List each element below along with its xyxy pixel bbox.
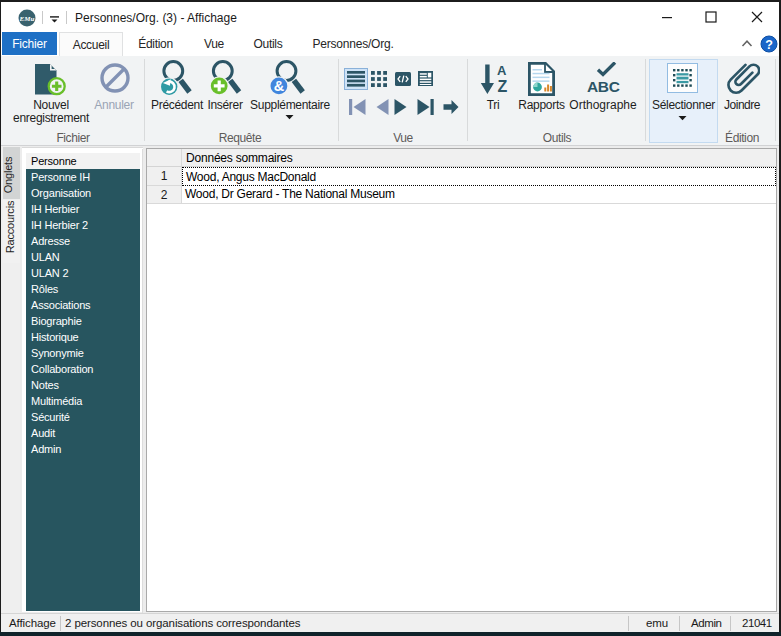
svg-text:Z: Z — [498, 78, 508, 95]
svg-text:A: A — [497, 64, 507, 78]
svg-text:?: ? — [765, 38, 773, 52]
svg-text:&: & — [274, 78, 285, 94]
svg-text:ABC: ABC — [587, 78, 620, 95]
svg-text:EMu: EMu — [19, 15, 35, 23]
